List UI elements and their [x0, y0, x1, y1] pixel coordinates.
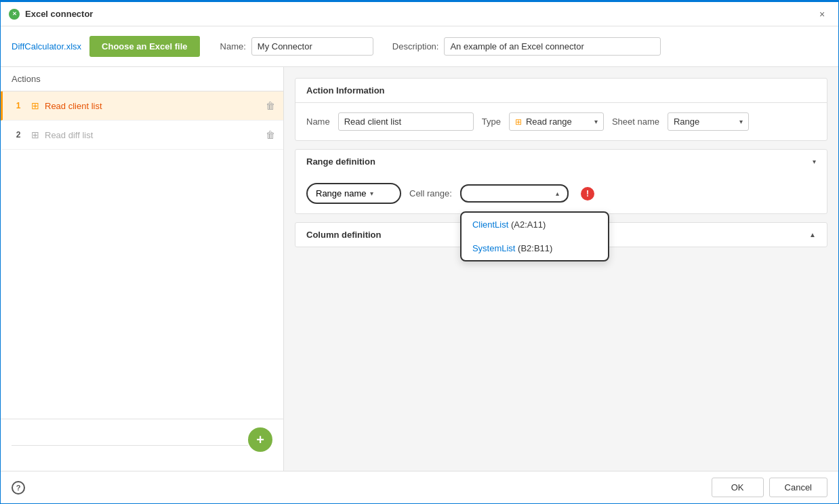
- action-item-2[interactable]: 2 ⊞ Read diff list 🗑: [1, 121, 283, 150]
- action-number-2: 2: [11, 127, 26, 142]
- action-type-select[interactable]: ⊞ Read range ▾: [509, 112, 604, 131]
- cell-range-select[interactable]: ▴: [460, 184, 569, 203]
- action-number-1: 1: [11, 98, 26, 113]
- dropdown-item-systemlist[interactable]: SystemList (B2:B11): [462, 236, 608, 260]
- action-type-label: Type: [482, 117, 501, 127]
- range-row: Range name ▾ Cell range: ▴: [306, 183, 816, 204]
- action-delete-1[interactable]: 🗑: [266, 100, 275, 111]
- ok-button[interactable]: OK: [712, 478, 764, 497]
- cancel-button[interactable]: Cancel: [769, 478, 827, 497]
- range-definition-card: Range definition ▾ Range name ▾ Cell ran…: [295, 149, 827, 214]
- connector-name-input[interactable]: [251, 37, 373, 56]
- connector-desc-input[interactable]: [444, 37, 661, 56]
- dropdown-item-clientlist-range: (A2:A11): [511, 219, 546, 230]
- desc-label: Description:: [392, 41, 439, 51]
- sheet-name-label: Sheet name: [612, 117, 659, 127]
- cell-range-container: ▴ ClientList (A2:A11) SystemList: [460, 184, 569, 203]
- sheet-name-select[interactable]: Range ▾: [668, 112, 749, 131]
- file-link[interactable]: DiffCalculator.xlsx: [12, 41, 81, 51]
- action-info-form-row: Name Type ⊞ Read range ▾ Sheet name Rang…: [306, 112, 816, 131]
- excel-connector-dialog: Excel connector × DiffCalculator.xlsx Ch…: [0, 0, 839, 504]
- cell-range-error-icon: !: [581, 187, 594, 201]
- action-info-body: Name Type ⊞ Read range ▾ Sheet name Rang…: [295, 103, 827, 140]
- right-panel: Action Information Name Type ⊞ Read rang…: [284, 67, 838, 471]
- dropdown-item-clientlist[interactable]: ClientList (A2:A11): [462, 213, 608, 236]
- left-panel: Actions 1 ⊞ Read client list 🗑 2 ⊞ Read …: [1, 67, 284, 471]
- range-definition-title: Range definition: [306, 156, 813, 167]
- sheet-select-chevron: ▾: [739, 118, 743, 125]
- action-info-title: Action Information: [306, 85, 816, 96]
- type-select-icon: ⊞: [515, 117, 522, 127]
- dropdown-item-systemlist-range: (B2:B11): [518, 243, 552, 253]
- app-icon: [9, 9, 20, 20]
- sheet-select-value: Range: [674, 117, 735, 127]
- add-action-button[interactable]: +: [248, 427, 272, 452]
- action-delete-2[interactable]: 🗑: [266, 129, 275, 140]
- dropdown-item-systemlist-name: SystemList: [472, 243, 516, 253]
- close-button[interactable]: ×: [814, 6, 830, 22]
- actions-header: Actions: [1, 67, 283, 91]
- name-section: Name: Description:: [220, 37, 827, 56]
- type-select-value: Read range: [526, 117, 590, 127]
- title-bar: Excel connector ×: [1, 2, 838, 26]
- action-icon-2: ⊞: [31, 129, 39, 140]
- dialog-title: Excel connector: [25, 9, 814, 19]
- range-name-chevron: ▾: [370, 190, 373, 197]
- name-label: Name:: [220, 41, 246, 51]
- action-name-2: Read diff list: [45, 130, 266, 140]
- action-name-field[interactable]: [338, 112, 474, 131]
- action-name-1: Read client list: [45, 101, 266, 111]
- range-collapse-icon[interactable]: ▾: [813, 158, 816, 165]
- action-info-header: Action Information: [295, 79, 827, 103]
- cell-range-label: Cell range:: [409, 188, 452, 198]
- range-name-label: Range name: [316, 188, 366, 198]
- top-bar: DiffCalculator.xlsx Choose an Excel file…: [1, 26, 838, 67]
- left-panel-spacer: [1, 150, 283, 419]
- range-definition-header: Range definition ▾: [295, 150, 827, 173]
- type-select-chevron: ▾: [594, 118, 598, 125]
- dropdown-item-clientlist-name: ClientList: [472, 219, 508, 230]
- bottom-bar: ? OK Cancel: [1, 471, 838, 503]
- choose-file-button[interactable]: Choose an Excel file: [89, 36, 199, 57]
- add-separator: [12, 445, 248, 446]
- action-info-card: Action Information Name Type ⊞ Read rang…: [295, 78, 827, 141]
- cell-range-chevron: ▴: [556, 190, 559, 197]
- action-name-label: Name: [306, 117, 330, 127]
- range-definition-body: Range name ▾ Cell range: ▴: [295, 173, 827, 213]
- add-row: +: [1, 419, 283, 471]
- main-content: Actions 1 ⊞ Read client list 🗑 2 ⊞ Read …: [1, 67, 838, 471]
- range-name-select[interactable]: Range name ▾: [306, 183, 401, 204]
- action-item-1[interactable]: 1 ⊞ Read client list 🗑: [1, 91, 283, 121]
- cell-range-dropdown-popup: ClientList (A2:A11) SystemList (B2:B11): [460, 211, 609, 261]
- action-icon-1: ⊞: [31, 100, 39, 111]
- column-definition-collapse-icon[interactable]: ▲: [809, 231, 816, 238]
- help-button[interactable]: ?: [12, 481, 25, 495]
